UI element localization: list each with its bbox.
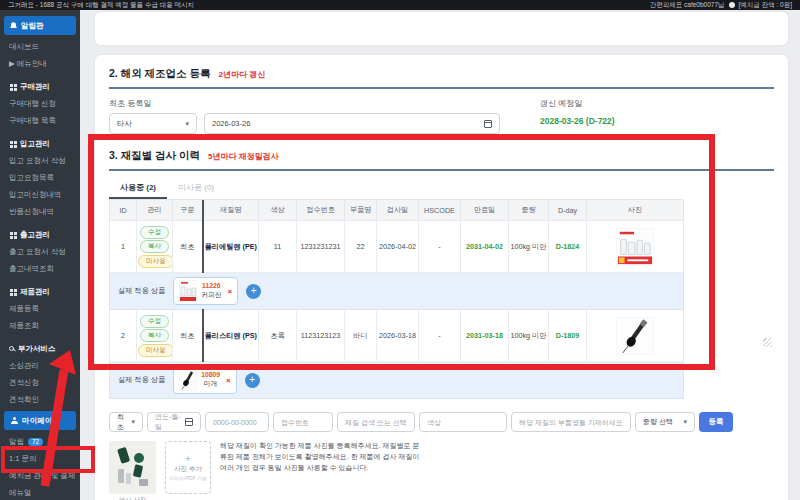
sidebar-item[interactable]: ▶ 메뉴안내 [0, 55, 80, 72]
sidebar-item[interactable]: 입고 요청서 작성 [0, 152, 80, 169]
sidebar-item[interactable]: 메뉴얼 [0, 484, 80, 500]
remove-icon[interactable]: × [226, 376, 231, 385]
user-name-text[interactable]: 간편의체표 cafe0b0077님 [650, 1, 725, 10]
sidebar-item[interactable]: 알림 72 [0, 433, 80, 450]
applied-product-chip[interactable]: 11226 커피잔 × [173, 277, 238, 305]
color-input[interactable] [419, 412, 507, 432]
sidebar-item[interactable]: 부가서비스 [0, 340, 80, 357]
sidebar-item[interactable]: 견적신청 [0, 374, 80, 391]
unused-button[interactable]: 미사용 [138, 255, 174, 268]
sidebar-item[interactable]: 입고관리 [0, 135, 80, 152]
sidebar-item[interactable]: 알림판 [4, 16, 76, 35]
add-product-button[interactable]: + [246, 284, 261, 299]
calendar-icon[interactable] [484, 120, 492, 128]
table-header-row: ID 관리 구분 재질명 색상 접수번호 부품명 검사일 HSCODE 만료일 … [110, 200, 684, 221]
copy-button[interactable]: 복사 [140, 329, 169, 342]
sidebar-item[interactable]: 마이페이지 [4, 411, 76, 430]
notification-count-badge: 72 [28, 438, 43, 446]
section2-header: 2. 해외 제조업소 등록 2년마다 갱신 [109, 67, 774, 89]
applied-products-label: 실제 적용 상품 [118, 375, 165, 385]
page: 그거래요 - 1688 공식 구매 대행 결제 예정 물품 수급 대응 메시지 … [0, 0, 800, 500]
table-row: 1 수정 복사 미사용 최초 폴리에틸렌 (PE) 11 1231231231 … [110, 221, 684, 273]
sidebar-item-label: 부가서비스 [18, 344, 56, 354]
product-thumb-pump [179, 369, 197, 391]
sidebar-item[interactable]: 제품관리 [0, 283, 80, 300]
previous-section-card [95, 12, 788, 45]
sidebar: 알림판 대시보드 ▶ 메뉴안내 구매관리 구매대행 신청 [0, 10, 80, 500]
applied-products-row: 실제 적용 상품 [110, 273, 684, 310]
sidebar-item[interactable]: 출고 요청서 작성 [0, 243, 80, 260]
sidebar-item[interactable]: 출고내역조회 [0, 260, 80, 277]
sidebar-item[interactable]: 입고요청목록 [0, 169, 80, 186]
add-photo-button[interactable]: + 사진 추가 이미지/PDF 가능 [165, 441, 211, 494]
sidebar-item[interactable]: 견적확인 [0, 391, 80, 408]
sidebar-item[interactable]: 소싱관리 [0, 357, 80, 374]
test-date-input[interactable]: 연도-월-일 [147, 412, 201, 432]
sidebar-item-icon [10, 289, 13, 292]
example-photo [109, 441, 156, 494]
sidebar-item-label: 마이페이지 [22, 416, 60, 426]
new-inspection-form: 최초 ▾ 연도-월-일 중량 선택 ▾ [109, 412, 774, 432]
applied-products-row: 실제 적용 상품 [110, 362, 684, 399]
sidebar-item[interactable]: 입고미신청내역 [0, 186, 80, 203]
sidebar-item[interactable]: 대시보드 [0, 38, 80, 55]
first-registration-date-input[interactable]: 2026-03-26 [204, 113, 500, 134]
material-search-input[interactable] [337, 412, 415, 432]
edit-button[interactable]: 수정 [140, 315, 169, 328]
sidebar-item[interactable]: 출고관리 [0, 226, 80, 243]
material-inspection-table: ID 관리 구분 재질명 색상 접수번호 부품명 검사일 HSCODE 만료일 … [109, 200, 684, 399]
table-row: 2 수정 복사 미사용 최초 폴리스티렌 (PS) 초록 1123123123 … [110, 310, 684, 362]
deposit-balance-text: [예치금 잔액 : 0원] [739, 1, 792, 10]
product-photo-bottles[interactable] [616, 228, 654, 266]
renewal-label: 갱신 예정일 [540, 98, 615, 109]
calendar-icon[interactable] [185, 418, 193, 426]
sidebar-item-icon [10, 22, 17, 29]
remove-icon[interactable]: × [228, 287, 233, 296]
weight-select[interactable]: 중량 선택 ▾ [635, 412, 695, 432]
sidebar-item[interactable]: 1:1 문의 [0, 450, 80, 467]
section3-note: 5년마다 재정밀검사 [208, 151, 279, 162]
sidebar-item-label: 입고관리 [20, 139, 50, 149]
unused-button[interactable]: 미사용 [138, 344, 174, 357]
receipt-no-input[interactable] [273, 412, 333, 432]
sidebar-item-label: 입고요청목록 [9, 173, 54, 183]
sidebar-item-label: 견적확인 [9, 395, 39, 405]
sidebar-item-label: ▶ 메뉴안내 [9, 59, 47, 69]
register-button[interactable]: 등록 [699, 412, 733, 432]
product-name: 마개 [201, 380, 220, 389]
avatar[interactable] [729, 2, 735, 8]
sidebar-item-label: 메뉴얼 [9, 488, 32, 498]
photo-help-text: 해당 재질이 확인 가능한 제품 사진을 등록해주세요. 재질별로 분류된 제품… [220, 441, 426, 474]
part-name-input[interactable] [511, 412, 631, 432]
first-registration-label: 최초 등록일 [109, 98, 500, 109]
sidebar-item[interactable]: 구매관리 [0, 78, 80, 95]
type-select[interactable]: 최초 ▾ [109, 412, 143, 432]
tab-unused[interactable]: 미사용 (0) [167, 177, 225, 199]
sidebar-item[interactable]: 제품등록 [0, 300, 80, 317]
applied-product-chip[interactable]: 10809 마개 × [173, 366, 237, 394]
product-photo-pump[interactable] [616, 317, 654, 355]
copy-button[interactable]: 복사 [140, 240, 169, 253]
edit-button[interactable]: 수정 [140, 226, 169, 239]
chevron-down-icon: ▾ [185, 120, 189, 128]
sidebar-item-label: 구매관리 [20, 82, 50, 92]
first-registration-group: 최초 등록일 타사 ▾ 2026-03-26 [109, 98, 500, 134]
sidebar-item[interactable]: 반품신청내역 [0, 203, 80, 220]
sidebar-item-icon [10, 84, 13, 87]
sidebar-item-label: 출고내역조회 [9, 264, 54, 274]
sidebar-item-label: 대시보드 [9, 42, 39, 52]
section3-title: 3. 재질별 검사 이력 [109, 149, 200, 163]
applied-products-label: 실제 적용 상품 [118, 286, 165, 296]
number-input[interactable] [205, 412, 269, 432]
sidebar-item-label: 구매대행 목록 [9, 116, 56, 126]
sidebar-item[interactable]: 제품조회 [0, 317, 80, 334]
sidebar-item[interactable]: 구매대행 목록 [0, 112, 80, 129]
company-select[interactable]: 타사 ▾ [109, 113, 197, 134]
resize-grip[interactable] [763, 338, 772, 347]
tab-in-use[interactable]: 사용중 (2) [109, 177, 167, 199]
license-info-card: 2. 해외 제조업소 등록 2년마다 갱신 최초 등록일 타사 ▾ 2026-0… [95, 55, 788, 500]
sidebar-item[interactable]: 구매대행 신청 [0, 95, 80, 112]
sidebar-item[interactable]: 예치금 관리 및 결제 [0, 467, 80, 484]
add-product-button[interactable]: + [245, 373, 260, 388]
sidebar-item-label: 예치금 관리 및 결제 [9, 471, 75, 481]
